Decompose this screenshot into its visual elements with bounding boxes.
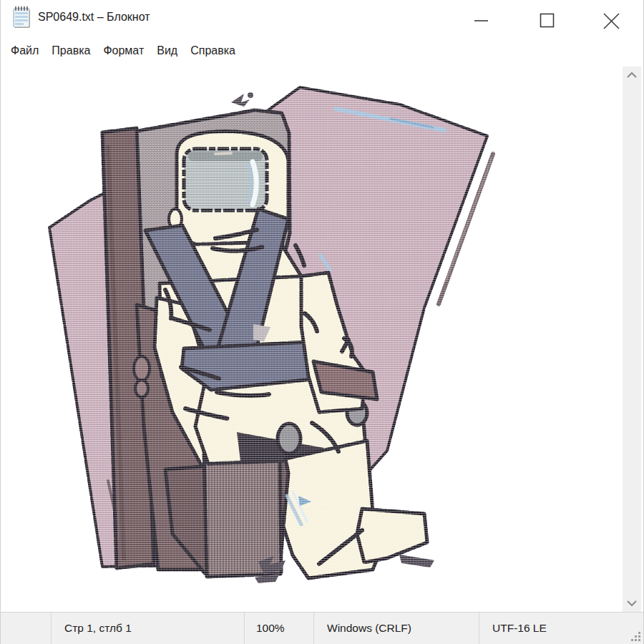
scroll-down-button[interactable] <box>623 596 641 610</box>
ascii-art-cosmonaut <box>1 67 623 612</box>
hip-knob-2 <box>135 380 148 397</box>
menu-bar: Файл Правка Формат Вид Справка <box>1 34 643 67</box>
notepad-window: SP0649.txt – Блокнот Файл Правка Формат … <box>0 0 644 644</box>
thigh-pad <box>278 424 301 454</box>
status-spacer <box>1 613 51 644</box>
status-bar: Стр 1, стлб 1 100% Windows (CRLF) UTF-16… <box>1 612 643 644</box>
maximize-button[interactable] <box>530 0 563 34</box>
menu-file[interactable]: Файл <box>4 34 45 67</box>
text-area[interactable] <box>1 67 623 612</box>
scroll-down-icon <box>626 600 638 607</box>
notepad-icon <box>13 6 32 29</box>
hip-knob <box>134 356 150 381</box>
close-button[interactable] <box>595 0 628 34</box>
menu-format[interactable]: Формат <box>97 34 150 67</box>
menu-edit[interactable]: Правка <box>45 34 97 67</box>
title-bar[interactable]: SP0649.txt – Блокнот <box>1 0 643 34</box>
status-encoding: UTF-16 LE <box>479 613 643 644</box>
lap-band <box>182 342 311 390</box>
scroll-up-icon <box>626 72 638 79</box>
status-line-ending: Windows (CRLF) <box>313 613 479 644</box>
scroll-up-button[interactable] <box>623 68 641 82</box>
minimize-button[interactable] <box>464 0 497 34</box>
seat-slab <box>204 447 281 577</box>
status-cursor-position: Стр 1, стлб 1 <box>51 613 244 644</box>
menu-help[interactable]: Справка <box>184 34 242 67</box>
menu-view[interactable]: Вид <box>150 34 184 67</box>
window-title: SP0649.txt – Блокнот <box>38 0 150 34</box>
resize-grip[interactable] <box>629 630 642 643</box>
vertical-scrollbar[interactable] <box>623 67 641 612</box>
minimize-icon <box>464 0 497 34</box>
foot <box>357 509 427 562</box>
maximize-icon <box>530 0 563 34</box>
status-zoom-level: 100% <box>244 613 313 644</box>
close-icon <box>595 0 628 34</box>
